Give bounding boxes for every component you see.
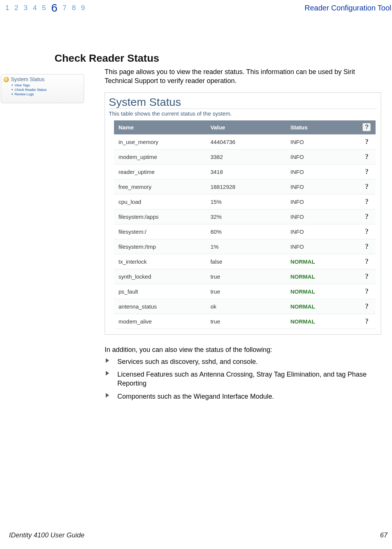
help-header-icon[interactable]: ?	[362, 123, 371, 131]
after-lead: In addition, you can also view the statu…	[105, 345, 385, 354]
cell-name: filesystem:/	[114, 224, 206, 239]
col-header-help: ?	[358, 120, 376, 135]
cell-status: NORMAL	[286, 299, 358, 314]
cell-status: NORMAL	[286, 269, 358, 284]
cell-value: 1%	[206, 239, 286, 254]
chapter-link[interactable]: 2	[15, 2, 19, 13]
cell-name: reader_uptime	[114, 164, 206, 179]
cell-value: 60%	[206, 224, 286, 239]
cell-name: free_memory	[114, 179, 206, 194]
info-icon: i	[3, 77, 9, 82]
bullet-item: Services such as discovery, sshd, and co…	[105, 356, 385, 369]
row-help-icon[interactable]: ?	[358, 299, 376, 314]
cell-value: true	[206, 284, 286, 299]
row-help-icon[interactable]: ?	[358, 284, 376, 299]
cell-value: false	[206, 254, 286, 269]
row-help-icon[interactable]: ?	[358, 194, 376, 209]
chapter-link[interactable]: 4	[33, 2, 37, 13]
table-row: filesystem:/60%INFO?	[114, 224, 376, 239]
chapter-nav: 123456789	[5, 2, 85, 13]
cell-value: ok	[206, 299, 286, 314]
cell-name: ps_fault	[114, 284, 206, 299]
row-help-icon[interactable]: ?	[358, 164, 376, 179]
table-row: modem_uptime3382INFO?	[114, 149, 376, 164]
cell-status: INFO	[286, 239, 358, 254]
chapter-link[interactable]: 5	[42, 2, 46, 13]
table-row: filesystem:/tmp1%INFO?	[114, 239, 376, 254]
row-help-icon[interactable]: ?	[358, 209, 376, 224]
section-intro: This page allows you to view the reader …	[105, 67, 385, 86]
chapter-link[interactable]: 9	[81, 2, 85, 13]
row-help-icon[interactable]: ?	[358, 179, 376, 194]
bullet-item: Licensed Features such as Antenna Crossi…	[105, 369, 385, 391]
status-table: Name Value Status ? in_use_memory4440473…	[114, 120, 376, 329]
table-row: free_memory18812928INFO?	[114, 179, 376, 194]
page-footer: IDentity 4100 User Guide 67	[9, 531, 388, 539]
cell-status: INFO	[286, 224, 358, 239]
table-row: synth_lockedtrueNORMAL?	[114, 269, 376, 284]
sidebar-list: View TagsCheck Reader StatusReview Logs	[3, 83, 81, 96]
sidebar-nav-box: i System Status View TagsCheck Reader St…	[1, 74, 84, 103]
tool-title: Reader Configuration Tool	[305, 2, 392, 12]
status-panel: System Status This table shows the curre…	[105, 92, 381, 335]
cell-name: modem_uptime	[114, 149, 206, 164]
top-bar: 123456789 Reader Configuration Tool	[0, 0, 392, 15]
cell-value: true	[206, 314, 286, 329]
cell-value: true	[206, 269, 286, 284]
cell-status: INFO	[286, 179, 358, 194]
arrow-right-icon	[106, 393, 109, 398]
chapter-link[interactable]: 7	[63, 2, 67, 13]
cell-name: cpu_load	[114, 194, 206, 209]
col-header-status: Status	[286, 120, 358, 135]
sidebar-item[interactable]: Check Reader Status	[12, 88, 81, 92]
cell-value: 18812928	[206, 179, 286, 194]
table-row: reader_uptime3418INFO?	[114, 164, 376, 179]
cell-status: INFO	[286, 209, 358, 224]
cell-status: NORMAL	[286, 314, 358, 329]
cell-value: 3382	[206, 149, 286, 164]
footer-page-number: 67	[380, 531, 388, 539]
sidebar-item[interactable]: View Tags	[12, 83, 81, 88]
chapter-link[interactable]: 1	[5, 2, 9, 13]
chapter-link[interactable]: 8	[72, 2, 76, 13]
cell-name: filesystem:/tmp	[114, 239, 206, 254]
cell-name: synth_locked	[114, 269, 206, 284]
row-help-icon[interactable]: ?	[358, 239, 376, 254]
panel-subtitle: This table shows the current status of t…	[109, 110, 377, 117]
sidebar-title: System Status	[11, 76, 44, 82]
cell-status: NORMAL	[286, 254, 358, 269]
table-row: cpu_load15%INFO?	[114, 194, 376, 209]
cell-status: INFO	[286, 134, 358, 149]
cell-value: 15%	[206, 194, 286, 209]
row-help-icon[interactable]: ?	[358, 314, 376, 329]
col-header-name: Name	[114, 120, 206, 135]
cell-value: 32%	[206, 209, 286, 224]
arrow-right-icon	[106, 371, 109, 375]
table-row: filesystem:/apps32%INFO?	[114, 209, 376, 224]
table-row: antenna_statusokNORMAL?	[114, 299, 376, 314]
cell-status: NORMAL	[286, 284, 358, 299]
section-heading: Check Reader Status	[55, 52, 392, 64]
cell-status: INFO	[286, 149, 358, 164]
cell-name: in_use_memory	[114, 134, 206, 149]
panel-title: System Status	[109, 96, 377, 109]
cell-name: antenna_status	[114, 299, 206, 314]
cell-status: INFO	[286, 164, 358, 179]
cell-name: modem_alive	[114, 314, 206, 329]
chapter-link[interactable]: 3	[24, 2, 28, 13]
row-help-icon[interactable]: ?	[358, 269, 376, 284]
after-bullets: Services such as discovery, sshd, and co…	[105, 356, 385, 404]
sidebar-item[interactable]: Review Logs	[12, 92, 81, 96]
row-help-icon[interactable]: ?	[358, 149, 376, 164]
cell-name: tx_interlock	[114, 254, 206, 269]
cell-status: INFO	[286, 194, 358, 209]
footer-left: IDentity 4100 User Guide	[9, 531, 84, 539]
cell-name: filesystem:/apps	[114, 209, 206, 224]
chapter-link-active[interactable]: 6	[51, 2, 58, 13]
cell-value: 44404736	[206, 134, 286, 149]
row-help-icon[interactable]: ?	[358, 224, 376, 239]
row-help-icon[interactable]: ?	[358, 134, 376, 149]
table-row: ps_faulttrueNORMAL?	[114, 284, 376, 299]
row-help-icon[interactable]: ?	[358, 254, 376, 269]
bullet-item: Components such as the Wiegand Interface…	[105, 391, 385, 404]
